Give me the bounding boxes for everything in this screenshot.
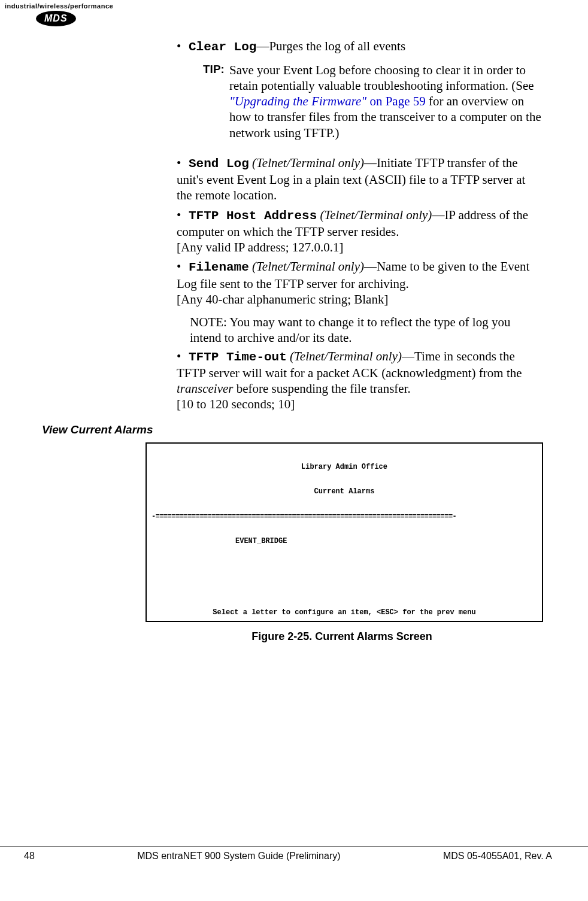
tftp-timeout-desc-italic: transceiver [177, 381, 233, 396]
tip-link[interactable]: "Upgrading the Firmware" on Page 59 [229, 94, 426, 108]
bullet-marker: • [177, 348, 189, 364]
tftp-timeout-range: [10 to 120 seconds; 10] [177, 397, 295, 411]
tftp-host-qualifier: (Telnet/Terminal only) [317, 208, 432, 222]
brand-tagline: industrial/wireless/performance [0, 0, 588, 11]
filename-qualifier: (Telnet/Terminal only) [249, 259, 364, 274]
tip-link-italic: "Upgrading the Firmware" [229, 94, 366, 108]
note-block: NOTE: You may want to change it to refle… [190, 314, 543, 346]
footer-page-number: 48 [24, 851, 35, 861]
mds-logo: MDS [36, 11, 76, 26]
tftp-timeout-label: TFTP Time-out [189, 350, 287, 364]
footer-doc-id: MDS 05-4055A01, Rev. A [443, 851, 552, 861]
clear-log-label: Clear Log [189, 40, 256, 54]
tftp-host-label: TFTP Host Address [189, 209, 317, 223]
terminal-title1: Library Admin Office [151, 463, 537, 472]
tftp-host-range: [Any valid IP address; 127.0.0.1] [177, 240, 344, 254]
document-content: •Clear Log—Purges the log of all events … [0, 32, 588, 643]
tip-label: TIP: [203, 63, 225, 75]
bullet-marker: • [177, 38, 189, 54]
filename-item: •Filename (Telnet/Terminal only)—Name to… [177, 259, 543, 307]
bullet-marker: • [177, 207, 189, 223]
tip-link-page: on Page 59 [366, 94, 426, 108]
send-log-item: •Send Log (Telnet/Terminal only)—Initiat… [177, 155, 543, 204]
logo-container: MDS [0, 11, 588, 32]
send-log-label: Send Log [189, 157, 249, 171]
tip-text-before: Save your Event Log before choosing to c… [229, 63, 534, 93]
terminal-footer: Select a letter to configure an item, <E… [147, 609, 542, 617]
page-footer: 48 MDS entraNET 900 System Guide (Prelim… [0, 847, 588, 873]
tftp-host-item: •TFTP Host Address (Telnet/Terminal only… [177, 207, 543, 256]
filename-label: Filename [189, 260, 249, 274]
tftp-timeout-desc-after: before suspending the file transfer. [233, 381, 410, 396]
footer-doc-title: MDS entraNET 900 System Guide (Prelimina… [137, 851, 340, 861]
terminal-body: EVENT_BRIDGE [151, 538, 537, 546]
send-log-qualifier: (Telnet/Terminal only) [249, 156, 364, 170]
terminal-screen: Library Admin Office Current Alarms -===… [146, 442, 543, 622]
terminal-separator: -=======================================… [151, 513, 537, 521]
terminal-title2: Current Alarms [151, 488, 537, 496]
clear-log-desc: —Purges the log of all events [256, 39, 405, 53]
filename-range: [Any 40-char alphanumeric string; Blank] [177, 292, 388, 307]
clear-log-item: •Clear Log—Purges the log of all events [177, 38, 543, 55]
tftp-timeout-qualifier: (Telnet/Terminal only) [287, 349, 402, 363]
figure-caption: Figure 2-25. Current Alarms Screen [141, 630, 543, 643]
section-heading-view-alarms: View Current Alarms [42, 423, 543, 436]
bullet-marker: • [177, 259, 189, 274]
bullet-marker: • [177, 155, 189, 171]
tftp-timeout-item: •TFTP Time-out (Telnet/Terminal only)—Ti… [177, 348, 543, 412]
tip-block: TIP: Save your Event Log before choosing… [203, 61, 543, 141]
